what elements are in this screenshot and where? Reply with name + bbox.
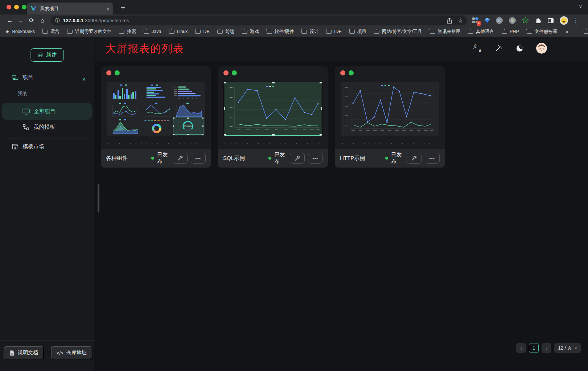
extension-grid-icon[interactable]: 9 bbox=[472, 17, 478, 24]
edit-project-button[interactable] bbox=[173, 153, 188, 164]
bookmark-label: 资讯未整理 bbox=[438, 29, 461, 35]
window-zoom-button[interactable] bbox=[22, 5, 26, 9]
gem-extension-icon[interactable] bbox=[485, 18, 490, 23]
window-minimize-button[interactable] bbox=[14, 5, 19, 9]
sidebar-item-template-market[interactable]: 模板市场 bbox=[11, 143, 44, 150]
project-thumbnail[interactable] bbox=[341, 82, 439, 136]
card-dotted-separator bbox=[106, 143, 206, 144]
edit-project-button[interactable] bbox=[290, 153, 305, 164]
bookmark-folder[interactable]: DB bbox=[195, 29, 209, 34]
back-icon[interactable]: ← bbox=[4, 17, 15, 24]
dot-extension-icon[interactable] bbox=[509, 17, 516, 24]
new-project-label: 新建 bbox=[46, 51, 57, 58]
project-thumbnail[interactable]: 25.00% bbox=[107, 82, 205, 136]
mini-line-chart-2 bbox=[141, 102, 172, 118]
reload-icon[interactable]: ⟳ bbox=[26, 17, 37, 24]
sidebar-item-my-templates[interactable]: 我的模板 bbox=[22, 124, 55, 131]
bookmark-folder[interactable]: Java bbox=[144, 29, 161, 34]
more-actions-button[interactable]: ••• bbox=[425, 153, 440, 164]
store-icon bbox=[11, 143, 18, 150]
project-card[interactable]: 25.00% 各种组件 已发布 ••• bbox=[101, 66, 211, 168]
bookmark-star-icon[interactable]: ☆ bbox=[458, 17, 463, 24]
publish-status: 已发布 bbox=[151, 151, 172, 165]
site-info-icon[interactable]: ⓘ bbox=[55, 17, 60, 24]
project-card[interactable]: HTTP示例 已发布 ••• bbox=[335, 66, 445, 168]
repo-button[interactable]: </> 仓库地址 bbox=[51, 346, 92, 359]
mini-stacked-area-chart bbox=[109, 119, 139, 135]
browser-tab-strip: 我的项目 × + ∨ bbox=[0, 0, 588, 15]
card-dotted-separator bbox=[223, 143, 323, 144]
docs-button[interactable]: 说明文档 bbox=[4, 346, 44, 359]
dark-mode-moon-icon[interactable] bbox=[515, 44, 524, 53]
line-chart-preview bbox=[341, 82, 439, 136]
folder-icon bbox=[349, 30, 355, 34]
bookmark-folder[interactable]: 近期需要读的文章 bbox=[67, 29, 111, 35]
bookmarks-overflow-chevron[interactable]: » bbox=[566, 29, 568, 34]
bookmark-folder[interactable]: 文件服务器 bbox=[527, 29, 558, 35]
share-icon[interactable] bbox=[447, 18, 452, 24]
project-card[interactable]: SQL示例 已发布 ••• bbox=[218, 66, 328, 168]
bookmarks-manager-item[interactable]: ★ Bookmarks bbox=[5, 29, 35, 34]
bookmark-folder[interactable]: PHP bbox=[502, 29, 519, 34]
new-project-button[interactable]: 新建 bbox=[30, 48, 63, 62]
prev-page-button[interactable]: ‹ bbox=[516, 343, 526, 353]
bookmark-label: 设计 bbox=[309, 29, 318, 35]
address-bar[interactable]: ⓘ 127.0.0.1:3000/#/project/items ☆ bbox=[51, 16, 467, 25]
puzzle-extensions-icon[interactable] bbox=[535, 17, 542, 25]
bookmark-folder[interactable]: IDE bbox=[326, 29, 342, 34]
tab-search-icon[interactable]: ∨ bbox=[579, 4, 582, 9]
bookmark-folder[interactable]: 网站/博客/文章/工具 bbox=[374, 29, 422, 35]
scrollbar-thumb[interactable] bbox=[98, 184, 99, 213]
project-thumbnail[interactable] bbox=[224, 82, 322, 136]
browser-profile-avatar[interactable] bbox=[560, 16, 568, 25]
sidebar-section-projects[interactable]: 项目 bbox=[12, 74, 33, 81]
section-collapse-icon[interactable]: ∧ bbox=[82, 76, 86, 82]
bookmark-folder[interactable]: 前端 bbox=[217, 29, 234, 35]
tab-close-icon[interactable]: × bbox=[106, 6, 110, 11]
bookmark-folder[interactable]: 运营 bbox=[42, 29, 59, 35]
sidebar-section-label: 项目 bbox=[22, 74, 33, 81]
folder-icon bbox=[195, 30, 201, 34]
edit-project-button[interactable] bbox=[407, 153, 422, 164]
mini-donut-chart bbox=[141, 119, 172, 135]
more-actions-button[interactable]: ••• bbox=[308, 153, 323, 164]
command-extension-icon[interactable]: ⌘ bbox=[496, 17, 503, 24]
bookmark-folder[interactable]: Linux bbox=[169, 29, 188, 34]
bookmark-folder[interactable]: 搜索 bbox=[119, 29, 136, 35]
bookmark-folder[interactable]: 设计 bbox=[301, 29, 318, 35]
code-icon: </> bbox=[57, 350, 63, 356]
bookmark-folder[interactable]: 软件/硬件 bbox=[267, 29, 294, 35]
folder-icon bbox=[326, 30, 332, 34]
user-avatar[interactable] bbox=[536, 43, 547, 54]
forward-icon[interactable]: → bbox=[15, 17, 26, 24]
translate-icon[interactable]: 文 A bbox=[473, 44, 482, 53]
template-icon bbox=[22, 124, 29, 131]
more-actions-button[interactable]: ••• bbox=[191, 153, 206, 164]
browser-tab[interactable]: 我的项目 × bbox=[27, 3, 113, 15]
other-bookmarks-folder[interactable]: 其他书签 bbox=[584, 29, 588, 35]
browser-menu-icon[interactable]: ⋮ bbox=[573, 17, 579, 24]
star-extension-icon[interactable] bbox=[522, 17, 529, 25]
bookmark-folder[interactable]: 资讯未整理 bbox=[430, 29, 461, 35]
extension-badge: 9 bbox=[477, 21, 481, 26]
bookmark-folder[interactable]: 项目 bbox=[349, 29, 366, 35]
window-close-button[interactable] bbox=[7, 5, 11, 9]
side-panel-icon[interactable] bbox=[548, 18, 554, 23]
bookmark-folder[interactable]: 其他语言 bbox=[468, 29, 494, 35]
bookmarks-list: 运营近期需要读的文章搜索JavaLinuxDB前端游戏软件/硬件设计IDE项目网… bbox=[42, 29, 557, 35]
home-icon[interactable]: ⌂ bbox=[37, 17, 48, 24]
folder-icon bbox=[502, 30, 507, 34]
sidebar-item-all-projects[interactable]: 全部项目 bbox=[2, 103, 92, 120]
url-host: 127.0.0.1 bbox=[63, 18, 83, 23]
current-page-button[interactable]: 1 bbox=[529, 343, 539, 353]
pagination: ‹ 1 › 12 / 页 ∨ bbox=[516, 343, 581, 353]
card-dotted-separator bbox=[340, 143, 440, 144]
hammer-icon bbox=[411, 155, 417, 161]
mini-line-chart bbox=[109, 102, 139, 118]
magic-wand-icon[interactable] bbox=[494, 44, 503, 53]
bookmark-folder[interactable]: 游戏 bbox=[242, 29, 259, 35]
next-page-button[interactable]: › bbox=[542, 343, 551, 353]
page-size-select[interactable]: 12 / 页 ∨ bbox=[554, 343, 581, 353]
new-tab-button[interactable]: + bbox=[118, 3, 128, 12]
page-header: 大屏报表的列表 文 A bbox=[95, 37, 588, 61]
